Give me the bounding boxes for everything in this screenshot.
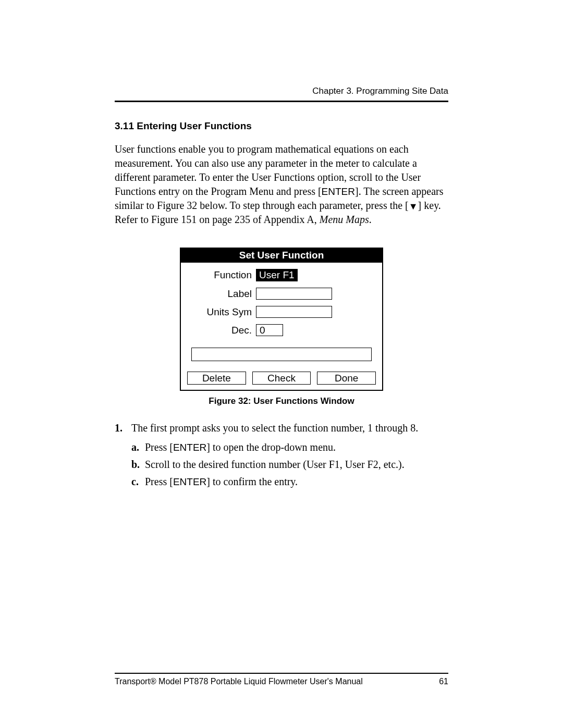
menu-maps-ref: Menu Maps (320, 214, 369, 225)
window-title: Set User Function (181, 249, 382, 263)
check-button[interactable]: Check (252, 372, 311, 385)
body-paragraph: User functions enable you to program mat… (115, 142, 448, 227)
enter-key-c: ENTER (173, 476, 206, 487)
function-label: Function (191, 269, 256, 281)
units-sym-input[interactable] (256, 306, 332, 318)
step-c-post: ] to confirm the entry. (206, 476, 298, 487)
footer-page-number: 61 (439, 677, 448, 686)
enter-key-a: ENTER (173, 442, 206, 453)
step-b-letter: b. (131, 459, 145, 471)
function-dropdown[interactable]: User F1 (256, 269, 298, 281)
down-triangle-icon: ▼ (409, 200, 418, 213)
label-label: Label (191, 288, 256, 300)
step-1-number: 1. (115, 422, 131, 434)
units-sym-label: Units Sym (191, 306, 256, 318)
step-c-text: Press [ENTER] to confirm the entry. (145, 476, 298, 488)
step-a-text: Press [ENTER] to open the drop-down menu… (145, 441, 336, 453)
step-a-letter: a. (131, 441, 145, 453)
step-c-letter: c. (131, 476, 145, 488)
section-heading: 3.11 Entering User Functions (115, 120, 448, 132)
enter-key-1: ENTER (322, 186, 355, 197)
step-a-post: ] to open the drop-down menu. (206, 441, 336, 453)
figure-caption: Figure 32: User Functions Window (180, 396, 383, 406)
step-b-text: Scroll to the desired function number (U… (145, 459, 405, 471)
done-button[interactable]: Done (317, 372, 376, 385)
expression-box[interactable] (191, 348, 372, 361)
step-a-pre: Press [ (145, 441, 173, 453)
step-c-pre: Press [ (145, 476, 173, 487)
para-text-4: . (369, 214, 372, 225)
label-input[interactable] (256, 288, 332, 300)
delete-button[interactable]: Delete (187, 372, 246, 385)
dec-label: Dec. (191, 325, 256, 336)
chapter-header: Chapter 3. Programming Site Data (115, 86, 448, 102)
step-1-text: The first prompt asks you to select the … (131, 422, 418, 434)
footer-manual-title: Transport® Model PT878 Portable Liquid F… (115, 677, 439, 686)
dec-input[interactable]: 0 (256, 324, 283, 336)
user-function-window: Set User Function Function User F1 Label… (180, 248, 383, 391)
